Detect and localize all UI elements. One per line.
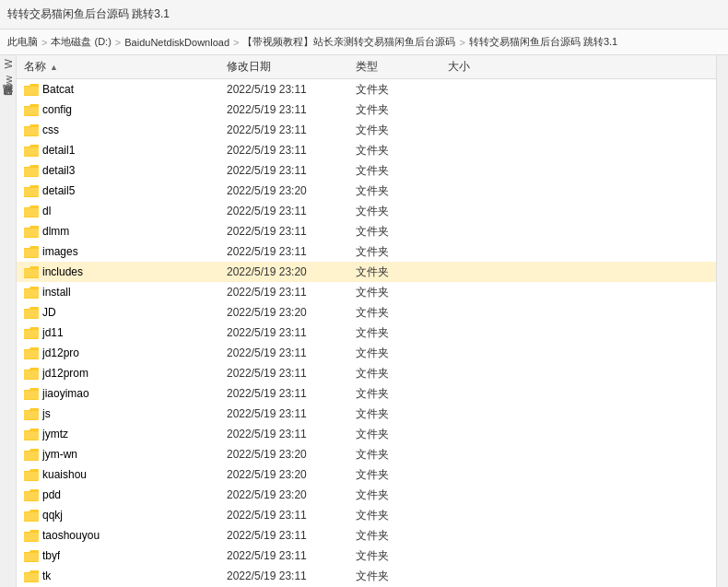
- file-row[interactable]: detail12022/5/19 23:11文件夹: [17, 140, 716, 160]
- right-panel: [716, 55, 728, 587]
- file-row[interactable]: kuaishou2022/5/19 23:20文件夹: [17, 464, 716, 485]
- file-name-cell: jd11: [24, 326, 227, 339]
- file-row[interactable]: includes2022/5/19 23:20文件夹: [17, 262, 716, 282]
- file-type: 文件夹: [356, 569, 448, 584]
- file-row[interactable]: dlmm2022/5/19 23:11文件夹: [17, 221, 716, 241]
- file-name-cell: detail1: [24, 144, 227, 157]
- file-name-cell: images: [24, 245, 227, 258]
- svg-rect-47: [24, 391, 39, 399]
- file-row[interactable]: taoshouyou2022/5/19 23:11文件夹: [17, 525, 716, 546]
- file-date: 2022/5/19 23:11: [227, 123, 356, 136]
- col-date[interactable]: 修改日期: [227, 59, 356, 75]
- file-row[interactable]: detail52022/5/19 23:20文件夹: [17, 181, 716, 201]
- file-row[interactable]: jd112022/5/19 23:11文件夹: [17, 323, 716, 343]
- file-name-text: jymtz: [42, 428, 68, 440]
- folder-icon: [24, 83, 39, 96]
- file-row[interactable]: JD2022/5/19 23:20文件夹: [17, 302, 716, 323]
- file-type: 文件夹: [356, 204, 448, 219]
- file-date: 2022/5/19 23:11: [227, 286, 356, 299]
- file-name-cell: dl: [24, 205, 227, 217]
- breadcrumb-pc[interactable]: 此电脑: [7, 35, 38, 49]
- file-name-text: pdd: [42, 488, 61, 501]
- file-row[interactable]: dl2022/5/19 23:11文件夹: [17, 201, 716, 221]
- file-row[interactable]: jym-wn2022/5/19 23:20文件夹: [17, 444, 716, 464]
- file-row[interactable]: js2022/5/19 23:11文件夹: [17, 404, 716, 424]
- breadcrumb-current[interactable]: 转转交易猫闲鱼后台源码 跳转3.1: [469, 35, 617, 49]
- svg-rect-56: [24, 452, 39, 460]
- file-date: 2022/5/19 23:11: [227, 367, 356, 380]
- file-name-text: jd12prom: [42, 367, 88, 380]
- file-row[interactable]: qqkj2022/5/19 23:11文件夹: [17, 505, 716, 525]
- file-type: 文件夹: [356, 406, 448, 422]
- file-date: 2022/5/19 23:11: [227, 569, 356, 582]
- breadcrumb-drive[interactable]: 本地磁盘 (D:): [51, 35, 111, 49]
- sidebar-item-dow[interactable]: Dow: [3, 72, 14, 100]
- col-size[interactable]: 大小: [448, 59, 522, 75]
- file-type: 文件夹: [356, 487, 448, 503]
- file-date: 2022/5/19 23:11: [227, 428, 356, 440]
- file-date: 2022/5/19 23:20: [227, 468, 356, 481]
- file-type: 文件夹: [356, 285, 448, 300]
- title-text: 转转交易猫闲鱼后台源码 跳转3.1: [7, 6, 170, 22]
- file-name-text: jd11: [42, 326, 64, 339]
- svg-rect-17: [24, 188, 39, 196]
- sidebar-item-video[interactable]: 视频解: [1, 100, 15, 107]
- file-name-cell: taoshouyou: [24, 529, 227, 542]
- file-row[interactable]: install2022/5/19 23:11文件夹: [17, 282, 716, 302]
- file-name-text: Batcat: [42, 83, 74, 96]
- sidebar-item-w[interactable]: W: [3, 55, 14, 72]
- file-row[interactable]: jd12prom2022/5/19 23:11文件夹: [17, 363, 716, 383]
- left-sidebar: W Dow 视频解: [0, 55, 17, 587]
- file-name-cell: config: [24, 103, 227, 116]
- file-row[interactable]: Batcat2022/5/19 23:11文件夹: [17, 79, 716, 100]
- file-row[interactable]: pdd2022/5/19 23:20文件夹: [17, 485, 716, 505]
- file-name-text: install: [42, 286, 71, 299]
- svg-rect-44: [24, 370, 39, 379]
- file-row[interactable]: jiaoyimao2022/5/19 23:11文件夹: [17, 383, 716, 404]
- file-row[interactable]: images2022/5/19 23:11文件夹: [17, 241, 716, 262]
- folder-icon: [24, 184, 39, 197]
- file-name-text: dl: [42, 205, 51, 217]
- file-row[interactable]: jd12pro2022/5/19 23:11文件夹: [17, 343, 716, 363]
- svg-rect-74: [24, 573, 39, 581]
- file-row[interactable]: detail32022/5/19 23:11文件夹: [17, 160, 716, 181]
- svg-rect-68: [24, 533, 39, 541]
- svg-rect-62: [24, 492, 39, 500]
- file-row[interactable]: css2022/5/19 23:11文件夹: [17, 120, 716, 140]
- file-name-cell: dlmm: [24, 225, 227, 238]
- file-date: 2022/5/19 23:11: [227, 225, 356, 238]
- col-type[interactable]: 类型: [356, 59, 448, 75]
- file-type: 文件夹: [356, 346, 448, 361]
- file-type: 文件夹: [356, 224, 448, 240]
- folder-icon: [24, 245, 39, 258]
- title-bar: 转转交易猫闲鱼后台源码 跳转3.1: [0, 0, 728, 29]
- file-date: 2022/5/19 23:11: [227, 103, 356, 116]
- folder-icon: [24, 367, 39, 380]
- file-row[interactable]: jymtz2022/5/19 23:11文件夹: [17, 424, 716, 444]
- file-name-text: dlmm: [42, 225, 69, 238]
- folder-icon: [24, 103, 39, 116]
- main-content[interactable]: 名称 ▲ 修改日期 类型 大小 Batcat2022/5/19 23:11文件夹…: [17, 55, 716, 587]
- file-name-text: taoshouyou: [42, 529, 100, 542]
- svg-rect-14: [24, 168, 39, 176]
- file-list: Batcat2022/5/19 23:11文件夹 config2022/5/19…: [17, 79, 716, 587]
- folder-icon: [24, 468, 39, 481]
- file-date: 2022/5/19 23:20: [227, 306, 356, 319]
- breadcrumb-baidu[interactable]: BaiduNetdiskDownload: [124, 37, 229, 48]
- file-date: 2022/5/19 23:11: [227, 164, 356, 177]
- folder-icon: [24, 123, 39, 136]
- col-name[interactable]: 名称 ▲: [24, 59, 227, 75]
- svg-rect-35: [24, 310, 39, 318]
- file-row[interactable]: config2022/5/19 23:11文件夹: [17, 100, 716, 120]
- file-row[interactable]: tk2022/5/19 23:11文件夹: [17, 566, 716, 586]
- file-date: 2022/5/19 23:11: [227, 205, 356, 217]
- file-date: 2022/5/19 23:11: [227, 83, 356, 96]
- svg-rect-11: [24, 147, 39, 156]
- file-row[interactable]: tbyf2022/5/19 23:11文件夹: [17, 546, 716, 566]
- breadcrumb-source[interactable]: 【带视频教程】站长亲测转交易猫闲鱼后台源码: [242, 35, 455, 49]
- file-name-cell: qqkj: [24, 509, 227, 522]
- file-type: 文件夹: [356, 467, 448, 483]
- file-name-cell: tbyf: [24, 549, 227, 562]
- folder-icon: [24, 488, 39, 501]
- file-type: 文件夹: [356, 325, 448, 341]
